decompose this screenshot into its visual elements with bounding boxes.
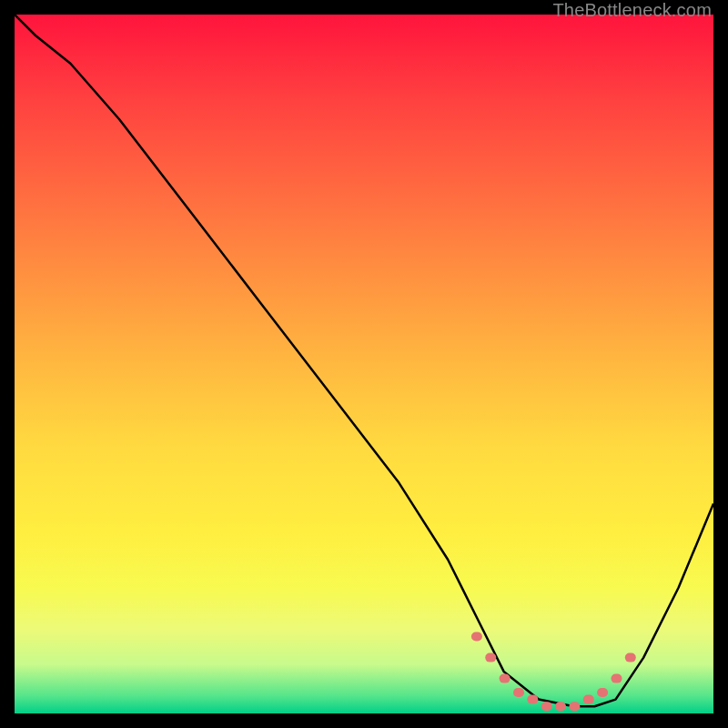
optimal-marker <box>471 632 482 642</box>
optimal-marker <box>597 688 608 697</box>
plot-area <box>15 15 713 713</box>
optimal-marker <box>583 695 594 704</box>
optimal-marker <box>569 702 580 711</box>
bottleneck-curve <box>15 15 713 706</box>
optimal-marker <box>555 702 566 711</box>
watermark-text: TheBottleneck.com <box>552 0 712 21</box>
optimal-marker <box>541 702 552 711</box>
optimal-marker <box>527 695 538 704</box>
optimal-marker <box>513 688 524 697</box>
optimal-marker <box>612 674 622 683</box>
chart-frame: TheBottleneck.com <box>0 0 728 728</box>
optimal-marker <box>625 653 636 662</box>
optimal-range-markers <box>471 632 636 712</box>
optimal-marker <box>500 674 511 683</box>
bottleneck-curve-path <box>15 15 713 706</box>
curve-layer <box>15 15 713 713</box>
optimal-marker <box>485 653 496 662</box>
